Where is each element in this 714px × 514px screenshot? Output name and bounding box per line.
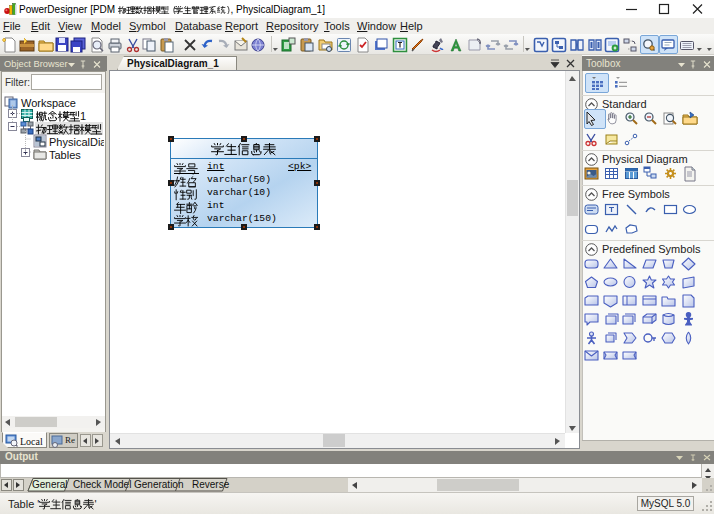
svg-text:Check Model: Check Model — [73, 479, 131, 490]
svg-text:Reverse: Reverse — [192, 479, 230, 490]
svg-text:General: General — [32, 479, 68, 490]
